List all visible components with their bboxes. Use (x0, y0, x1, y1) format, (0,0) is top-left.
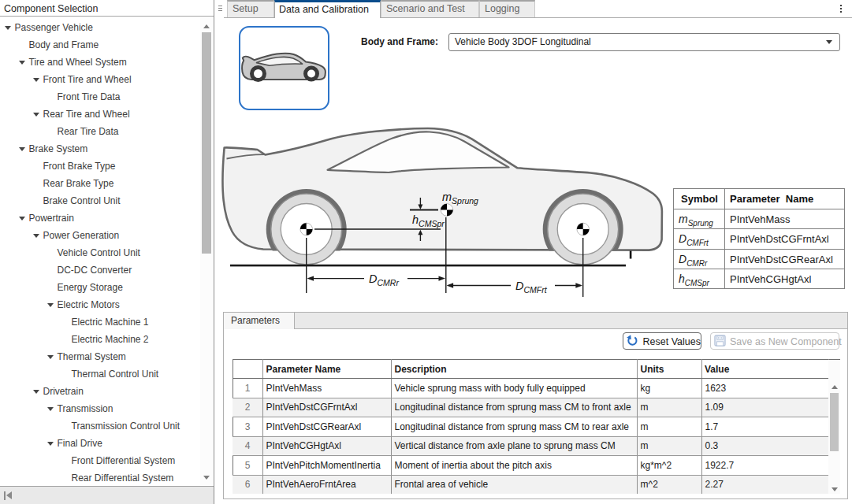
svg-text:DCMFrt: DCMFrt (515, 280, 548, 295)
svg-text:DCMRr: DCMRr (369, 272, 399, 287)
